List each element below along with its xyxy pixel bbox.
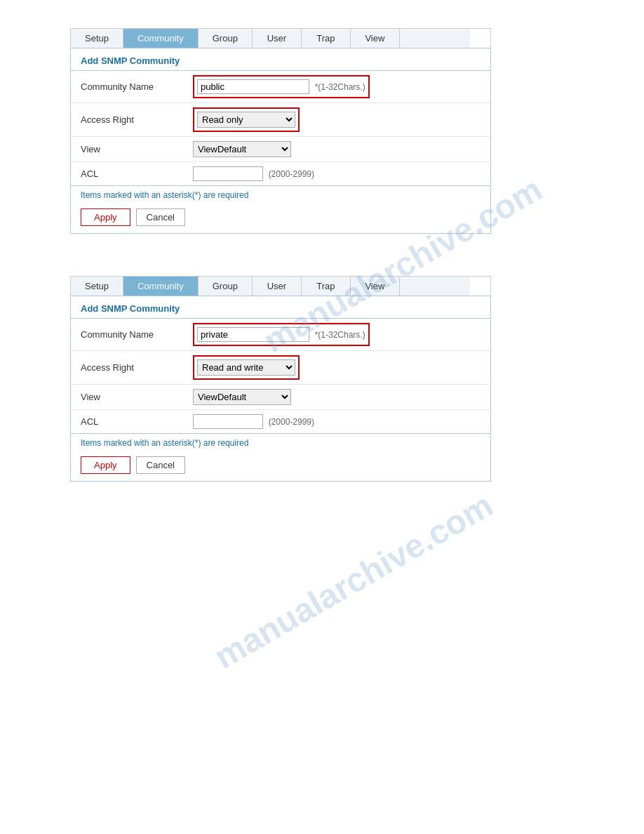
view-label-2: View (71, 385, 183, 410)
apply-button-2[interactable]: Apply (81, 456, 130, 474)
community-name-box-1: *(1-32Chars.) (193, 75, 370, 98)
button-row-1: Apply Cancel (71, 204, 490, 233)
view-value-cell-1: ViewDefault (183, 137, 490, 162)
view-row-1: View ViewDefault (71, 137, 490, 162)
content-area-1: Add SNMP Community Community Name *(1-32… (70, 48, 491, 234)
community-name-label-2: Community Name (71, 319, 183, 351)
community-name-value-cell-1: *(1-32Chars.) (183, 71, 490, 103)
acl-input-1[interactable] (193, 166, 263, 181)
view-row-2: View ViewDefault (71, 385, 490, 410)
community-name-input-2[interactable] (197, 327, 309, 342)
section-title-1: Add SNMP Community (71, 48, 490, 71)
tab-view-1[interactable]: View (351, 29, 400, 48)
view-label-1: View (71, 137, 183, 162)
community-name-row-1: Community Name *(1-32Chars.) (71, 71, 490, 103)
content-area-2: Add SNMP Community Community Name *(1-32… (70, 296, 491, 482)
required-note-2: Items marked with an asterisk(*) are req… (71, 433, 490, 452)
tab-extra-1 (400, 29, 470, 48)
view-select-2[interactable]: ViewDefault (193, 389, 291, 405)
acl-row-2: ACL (2000-2999) (71, 410, 490, 434)
tab-bar-1: Setup Community Group User Trap View (70, 28, 491, 48)
access-right-box-2: Read only Read and write (193, 355, 300, 380)
acl-label-1: ACL (71, 162, 183, 186)
tab-community-1[interactable]: Community (123, 29, 199, 48)
section-2: Setup Community Group User Trap View Add… (70, 276, 574, 482)
acl-hint-1: (2000-2999) (269, 169, 314, 179)
tab-setup-2[interactable]: Setup (71, 277, 123, 296)
community-name-hint-2: *(1-32Chars.) (315, 330, 365, 340)
tab-bar-2: Setup Community Group User Trap View (70, 276, 491, 296)
access-right-label-1: Access Right (71, 103, 183, 137)
apply-button-1[interactable]: Apply (81, 208, 130, 226)
community-name-box-2: *(1-32Chars.) (193, 323, 370, 346)
tab-extra-2 (400, 277, 470, 296)
acl-label-2: ACL (71, 410, 183, 434)
community-name-label-1: Community Name (71, 71, 183, 103)
acl-input-2[interactable] (193, 414, 263, 429)
tab-group-2[interactable]: Group (199, 277, 253, 296)
section-title-2: Add SNMP Community (71, 296, 490, 319)
acl-row-1: ACL (2000-2999) (71, 162, 490, 186)
required-note-1: Items marked with an asterisk(*) are req… (71, 185, 490, 204)
cancel-button-2[interactable]: Cancel (136, 456, 185, 474)
access-right-value-cell-1: Read only Read and write (183, 103, 490, 137)
community-name-input-1[interactable] (197, 79, 309, 94)
tab-user-1[interactable]: User (253, 29, 302, 48)
tab-trap-1[interactable]: Trap (302, 29, 351, 48)
view-select-1[interactable]: ViewDefault (193, 141, 291, 157)
access-right-box-1: Read only Read and write (193, 107, 300, 132)
cancel-button-1[interactable]: Cancel (136, 208, 185, 226)
access-right-value-cell-2: Read only Read and write (183, 351, 490, 385)
tab-community-2[interactable]: Community (123, 277, 199, 296)
tab-view-2[interactable]: View (351, 277, 400, 296)
community-name-value-cell-2: *(1-32Chars.) (183, 319, 490, 351)
button-row-2: Apply Cancel (71, 452, 490, 481)
access-right-row-2: Access Right Read only Read and write (71, 351, 490, 385)
community-name-row-2: Community Name *(1-32Chars.) (71, 319, 490, 351)
tab-setup-1[interactable]: Setup (71, 29, 123, 48)
form-table-1: Community Name *(1-32Chars.) Access Righ… (71, 71, 490, 185)
access-right-select-2[interactable]: Read only Read and write (197, 359, 295, 376)
acl-hint-2: (2000-2999) (269, 417, 314, 427)
acl-value-cell-1: (2000-2999) (183, 162, 490, 186)
community-name-hint-1: *(1-32Chars.) (315, 82, 365, 92)
section-1: Setup Community Group User Trap View Add… (70, 28, 574, 234)
acl-value-cell-2: (2000-2999) (183, 410, 490, 434)
access-right-row-1: Access Right Read only Read and write (71, 103, 490, 137)
access-right-label-2: Access Right (71, 351, 183, 385)
tab-trap-2[interactable]: Trap (302, 277, 351, 296)
access-right-select-1[interactable]: Read only Read and write (197, 112, 295, 128)
form-table-2: Community Name *(1-32Chars.) Access Righ… (71, 319, 490, 433)
view-value-cell-2: ViewDefault (183, 385, 490, 410)
tab-user-2[interactable]: User (253, 277, 302, 296)
tab-group-1[interactable]: Group (199, 29, 253, 48)
